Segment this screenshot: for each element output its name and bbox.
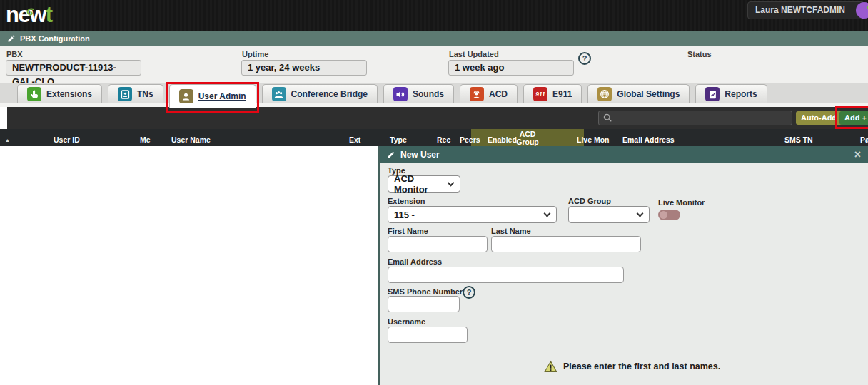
live-monitor-toggle[interactable] xyxy=(658,210,680,220)
tab-user-admin[interactable]: User Admin xyxy=(169,84,256,108)
tab-tns[interactable]: TNs xyxy=(108,84,163,103)
type-select[interactable]: ACD Monitor xyxy=(388,175,460,192)
dialog-header: New User × xyxy=(380,146,868,163)
search-icon xyxy=(602,113,613,123)
last-name-label: Last Name xyxy=(491,227,531,235)
tab-label: ACD xyxy=(489,89,508,99)
tab-acd[interactable]: ACD xyxy=(460,84,518,103)
last-name-input[interactable] xyxy=(491,236,641,252)
user-badge[interactable]: Laura NEWTCFADMIN xyxy=(747,1,864,19)
uptime-value: 1 year, 24 weeks xyxy=(241,60,367,76)
sort-arrow-icon: ▲ xyxy=(5,138,10,143)
logo-text-green: t xyxy=(46,2,52,27)
tab-conference-bridge[interactable]: Conference Bridge xyxy=(262,84,378,103)
pbx-configuration-page: newt Laura NEWTCFADMIN PBX Configuration… xyxy=(0,0,868,385)
new-user-dialog: New User × Type ACD Monitor Extension 11… xyxy=(378,146,868,385)
column-type[interactable]: Type xyxy=(390,135,407,144)
tab-label: User Admin xyxy=(198,91,246,101)
column-live-mon[interactable]: Live Mon xyxy=(577,135,610,144)
column-sms-tn[interactable]: SMS TN xyxy=(784,135,813,144)
chevron-down-icon xyxy=(637,210,644,217)
tab-extensions[interactable]: Extensions xyxy=(17,84,102,103)
newt-logo[interactable]: newt xyxy=(6,2,52,28)
status-label: Status xyxy=(687,50,712,58)
extension-select[interactable]: 115 - xyxy=(388,206,557,223)
chevron-down-icon xyxy=(448,180,455,187)
acd-group-select[interactable] xyxy=(568,206,650,223)
breadcrumb: PBX Configuration xyxy=(0,31,868,46)
column-me[interactable]: Me xyxy=(140,135,151,144)
pencil-icon xyxy=(387,150,395,159)
user-icon xyxy=(179,89,193,103)
tab-label: TNs xyxy=(137,89,153,99)
column-user-id[interactable]: User ID xyxy=(54,135,80,144)
table-toolbar: Auto-Add + Add + xyxy=(7,107,868,129)
last-updated-help-icon[interactable]: ? xyxy=(578,52,591,65)
people-group-icon xyxy=(272,87,286,101)
tab-label: Extensions xyxy=(46,89,92,99)
warning-text: Please enter the first and last names. xyxy=(563,361,720,371)
top-bar: newt Laura NEWTCFADMIN xyxy=(0,0,868,31)
column-rec[interactable]: Rec xyxy=(437,135,450,144)
email-label: Email Address xyxy=(388,257,442,266)
contact-book-icon xyxy=(118,87,132,101)
tab-label: Global Settings xyxy=(617,89,680,99)
close-icon[interactable]: × xyxy=(854,148,861,161)
newt-tail-icon xyxy=(25,8,36,17)
tab-reports[interactable]: Reports xyxy=(695,84,767,103)
report-icon xyxy=(705,87,720,101)
email-input[interactable] xyxy=(388,267,624,283)
last-updated-label: Last Updated xyxy=(449,50,499,58)
validation-warning: Please enter the first and last names. xyxy=(544,360,720,373)
breadcrumb-title: PBX Configuration xyxy=(20,34,90,43)
pbx-label: PBX xyxy=(6,50,23,58)
sms-help-icon[interactable]: ? xyxy=(463,286,475,299)
tab-label: Sounds xyxy=(413,89,444,99)
pencil-icon xyxy=(7,34,16,43)
column-enabled[interactable]: Enabled xyxy=(488,135,517,144)
tab-bar: Extensions TNs User Admin Conference B xyxy=(0,83,868,103)
dialog-title: New User xyxy=(400,150,440,160)
username-label: Username xyxy=(388,317,425,326)
tab-sounds[interactable]: Sounds xyxy=(383,84,454,103)
column-user-name[interactable]: User Name xyxy=(171,135,211,144)
acd-group-label: ACD Group xyxy=(568,197,611,205)
sms-label: SMS Phone Number xyxy=(388,287,463,296)
column-ext[interactable]: Ext xyxy=(349,135,360,144)
agent-icon xyxy=(470,87,484,101)
first-name-label: First Name xyxy=(388,227,428,235)
pbx-info-bar: PBX NEWTPRODUCT-11913-GAL-CLO Uptime 1 y… xyxy=(0,46,868,83)
tab-label: E911 xyxy=(552,89,572,99)
toggle-knob xyxy=(660,211,667,219)
pbx-value: NEWTPRODUCT-11913-GAL-CLO xyxy=(6,60,141,76)
speaker-icon xyxy=(393,87,408,101)
username-input[interactable] xyxy=(388,327,468,343)
last-updated-value: 1 week ago xyxy=(448,60,574,76)
tab-label: Conference Bridge xyxy=(291,89,368,99)
avatar[interactable] xyxy=(856,2,868,19)
search-input[interactable] xyxy=(613,113,792,123)
tab-e911[interactable]: 911 E911 xyxy=(523,84,582,103)
chevron-down-icon xyxy=(544,210,551,217)
e911-icon: 911 xyxy=(533,87,547,101)
extension-label: Extension xyxy=(388,197,425,205)
tab-global-settings[interactable]: Global Settings xyxy=(587,84,690,103)
live-monitor-label: Live Monitor xyxy=(658,198,705,207)
column-pa-truncated[interactable]: Pa xyxy=(860,135,868,144)
first-name-input[interactable] xyxy=(388,236,488,252)
search-box xyxy=(598,111,792,125)
sms-input[interactable] xyxy=(388,296,460,312)
column-email[interactable]: Email Address xyxy=(622,135,675,144)
warning-icon xyxy=(544,360,557,373)
add-button[interactable]: Add + xyxy=(839,111,868,125)
column-peers[interactable]: Peers xyxy=(460,135,480,144)
uptime-label: Uptime xyxy=(242,50,268,58)
touch-icon xyxy=(27,87,41,101)
globe-icon xyxy=(597,87,612,101)
tab-label: Reports xyxy=(725,89,757,99)
user-table-header: ▲ ACD Group User ID Me User Name Ext Typ… xyxy=(0,129,868,146)
